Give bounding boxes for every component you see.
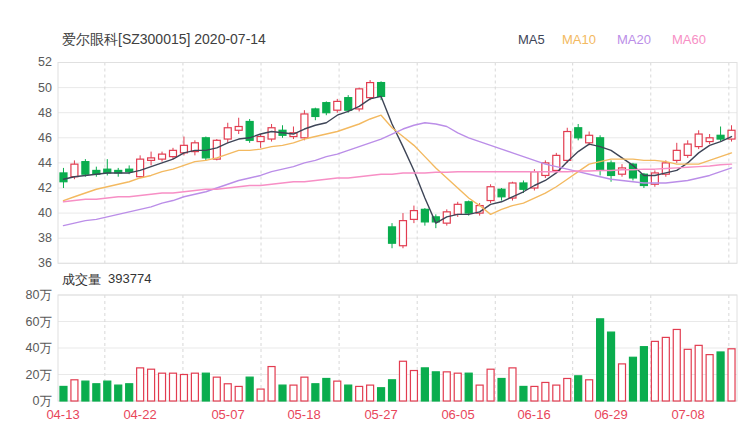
x-tick-0507: 05-07 [203,407,253,423]
x-tick-0527: 05-27 [356,407,406,423]
x-tick-0629: 06-29 [586,407,636,423]
price-tick-48: 48 [20,105,52,121]
price-tick-44: 44 [20,155,52,171]
vol-tick-80: 80万 [10,287,52,303]
x-tick-0708: 07-08 [663,407,713,423]
price-tick-40: 40 [20,205,52,221]
x-tick-0616: 06-16 [509,407,559,423]
price-tick-46: 46 [20,130,52,146]
price-tick-50: 50 [20,80,52,96]
vol-tick-20: 20万 [10,367,52,383]
volume-value: 393774 [108,271,151,289]
vol-tick-40: 40万 [10,340,52,356]
x-tick-0605: 06-05 [433,407,483,423]
volume-header: 成交量 393774 [62,271,151,289]
legend-ma10[interactable]: MA10 [562,32,596,47]
stock-chart-window: 爱尔眼科[SZ300015] 2020-07-14 MA5 MA10 MA20 … [0,0,740,440]
kline-volume-chart[interactable] [0,0,740,440]
volume-label: 成交量 [62,271,101,289]
vol-tick-60: 60万 [10,314,52,330]
legend-ma60[interactable]: MA60 [672,32,706,47]
legend-ma5[interactable]: MA5 [518,32,545,47]
price-tick-38: 38 [20,230,52,246]
x-tick-0422: 04-22 [115,407,165,423]
price-tick-36: 36 [20,255,52,271]
x-tick-0413: 04-13 [38,407,88,423]
legend-ma20[interactable]: MA20 [617,32,651,47]
price-tick-42: 42 [20,180,52,196]
price-tick-52: 52 [20,54,52,70]
x-tick-0518: 05-18 [279,407,329,423]
page-title: 爱尔眼科[SZ300015] 2020-07-14 [62,31,266,49]
